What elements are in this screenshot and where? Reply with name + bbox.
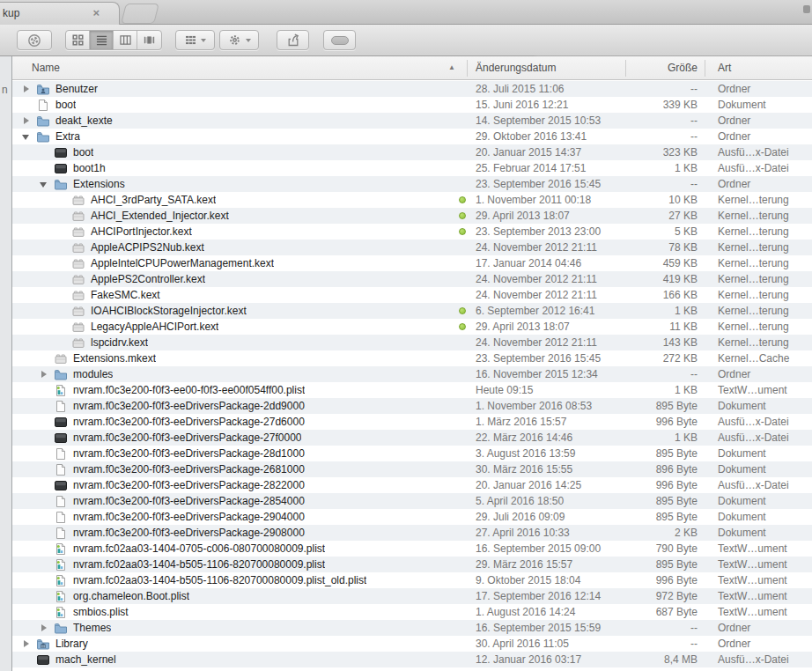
disclosure-triangle-icon[interactable]	[57, 208, 66, 224]
disclosure-triangle-icon[interactable]	[40, 477, 48, 493]
file-kind: Kernel…terung	[718, 208, 789, 224]
disclosure-triangle-icon[interactable]	[40, 493, 48, 509]
disclosure-triangle-icon[interactable]	[40, 446, 48, 461]
disclosure-triangle-icon[interactable]	[57, 319, 66, 335]
file-row[interactable]: AHCI_Extended_Injector.kext 29. April 20…	[12, 208, 812, 224]
file-name: nvram.f0c3e200-f0f3-eeDriversPackage-268…	[73, 461, 305, 477]
arrange-button[interactable]	[175, 30, 215, 50]
file-row[interactable]: Extra 29. Oktober 2016 13:41 -- Ordner	[12, 129, 812, 144]
share-button[interactable]	[277, 30, 309, 50]
disclosure-triangle-icon[interactable]	[40, 525, 48, 541]
file-row[interactable]: nvram.f0c3e200-f0f3-eeDriversPackage-290…	[12, 525, 812, 541]
file-row[interactable]: nvram.f0c3e200-f0f3-eeDriversPackage-290…	[12, 509, 812, 525]
disclosure-triangle-icon[interactable]	[57, 335, 66, 350]
column-view-button[interactable]	[114, 31, 137, 49]
active-tab[interactable]: kup ×	[0, 2, 120, 25]
file-row[interactable]: Benutzer 28. Juli 2015 11:06 -- Ordner	[12, 81, 812, 97]
file-row[interactable]: FakeSMC.kext 24. November 2012 21:11 166…	[12, 287, 812, 303]
disclosure-triangle-icon[interactable]	[22, 636, 31, 652]
file-row[interactable]	[12, 667, 812, 671]
column-header-kind[interactable]: Art	[718, 62, 731, 74]
toggle-button[interactable]	[323, 30, 356, 50]
icon-view-button[interactable]	[66, 31, 90, 49]
burn-button[interactable]	[17, 30, 52, 50]
disclosure-triangle-icon[interactable]	[22, 652, 31, 667]
file-row[interactable]: nvram.fc02aa03-1404-b505-1106-8207000800…	[12, 557, 812, 572]
column-divider[interactable]	[705, 60, 705, 77]
disclosure-triangle-icon[interactable]	[40, 398, 48, 414]
disclosure-triangle-icon[interactable]	[40, 366, 48, 382]
file-row[interactable]: AppleIntelCPUPowerManagement.kext 17. Ja…	[12, 255, 812, 271]
disclosure-triangle-icon[interactable]	[40, 461, 48, 477]
file-row[interactable]: deakt_kexte 14. September 2015 10:53 -- …	[12, 113, 812, 129]
column-header-date[interactable]: Änderungsdatum	[476, 62, 556, 74]
file-size: 790 Byte	[576, 541, 698, 557]
file-row[interactable]: AppleACPIPS2Nub.kext 24. November 2012 2…	[12, 240, 812, 255]
disclosure-triangle-icon[interactable]	[40, 604, 48, 620]
disclosure-triangle-icon[interactable]	[40, 620, 48, 636]
disclosure-triangle-icon[interactable]	[40, 144, 48, 160]
file-row[interactable]: IOAHCIBlockStorageInjector.kext 6. Septe…	[12, 303, 812, 319]
disclosure-triangle-icon[interactable]	[57, 303, 66, 319]
disclosure-triangle-icon[interactable]	[40, 160, 48, 176]
disclosure-triangle-icon[interactable]	[57, 240, 66, 255]
file-row[interactable]: Library 30. April 2016 11:05 -- Ordner	[12, 636, 812, 652]
disclosure-triangle-icon[interactable]	[40, 350, 48, 366]
file-row[interactable]: lspcidrv.kext 24. November 2012 21:11 14…	[12, 335, 812, 350]
file-row[interactable]: AHCI_3rdParty_SATA.kext 1. November 2011…	[12, 192, 812, 208]
file-row[interactable]: smbios.plist 1. August 2016 14:24 687 By…	[12, 604, 812, 620]
file-row[interactable]: Extensions.mkext 23. September 2016 15:4…	[12, 350, 812, 366]
file-row[interactable]: nvram.f0c3e200-f0f3-eeDriversPackage-28d…	[12, 446, 812, 461]
file-row[interactable]: nvram.f0c3e200-f0f3-eeDriversPackage-285…	[12, 493, 812, 509]
file-row[interactable]: nvram.f0c3e200-f0f3-ee00-f0f3-ee00f054ff…	[12, 382, 812, 398]
disclosure-triangle-icon[interactable]	[40, 588, 48, 604]
disclosure-triangle-icon[interactable]	[22, 113, 31, 129]
disclosure-triangle-icon[interactable]	[57, 255, 66, 271]
file-row[interactable]: nvram.f0c3e200-f0f3-eeDriversPackage-268…	[12, 461, 812, 477]
file-row[interactable]: modules 16. November 2015 12:34 -- Ordne…	[12, 366, 812, 382]
doc-icon	[54, 447, 68, 461]
action-button[interactable]	[219, 30, 259, 50]
file-row[interactable]: nvram.f0c3e200-f0f3-eeDriversPackage-27d…	[12, 414, 812, 430]
disclosure-triangle-icon[interactable]	[40, 509, 48, 525]
tab-close-icon[interactable]: ×	[92, 6, 100, 20]
file-row[interactable]: mach_kernel 12. Januar 2016 03:17 8,4 MB…	[12, 652, 812, 667]
disclosure-triangle-icon[interactable]	[57, 287, 66, 303]
file-row[interactable]: nvram.f0c3e200-f0f3-eeDriversPackage-282…	[12, 477, 812, 493]
file-row[interactable]: AHCIPortInjector.kext 23. September 2013…	[12, 224, 812, 240]
disclosure-triangle-icon[interactable]	[22, 81, 31, 97]
file-row[interactable]: Themes 16. September 2015 15:59 -- Ordne…	[12, 620, 812, 636]
column-divider[interactable]	[467, 60, 468, 77]
disclosure-triangle-icon[interactable]	[40, 541, 48, 557]
file-row[interactable]: LegacyAppleAHCIPort.kext 29. April 2013 …	[12, 319, 812, 335]
file-row[interactable]: Extensions 23. September 2016 15:45 -- O…	[12, 176, 812, 192]
file-row[interactable]: ApplePS2Controller.kext 24. November 201…	[12, 271, 812, 287]
disclosure-triangle-icon[interactable]	[57, 224, 66, 240]
disclosure-triangle-icon[interactable]	[40, 557, 48, 572]
disclosure-triangle-icon[interactable]	[40, 414, 48, 430]
exec-icon	[54, 162, 68, 175]
file-size: 11 KB	[576, 319, 698, 335]
disclosure-triangle-icon[interactable]	[22, 129, 31, 144]
file-row[interactable]: org.chameleon.Boot.plist 17. September 2…	[12, 588, 812, 604]
disclosure-triangle-icon[interactable]	[22, 97, 31, 113]
file-row[interactable]: boot 15. Juni 2016 12:21 339 KB Dokument	[12, 97, 812, 113]
file-row[interactable]: boot1h 25. Februar 2014 17:51 1 KB Ausfü…	[12, 160, 812, 176]
disclosure-triangle-icon[interactable]	[22, 667, 31, 671]
file-row[interactable]: nvram.f0c3e200-f0f3-eeDriversPackage-2dd…	[12, 398, 812, 414]
coverflow-view-button[interactable]	[137, 31, 161, 49]
disclosure-triangle-icon[interactable]	[57, 192, 66, 208]
disclosure-triangle-icon[interactable]	[40, 430, 48, 446]
empty-tab-slot[interactable]	[121, 4, 159, 24]
column-header-size[interactable]: Größe	[590, 62, 698, 74]
file-row[interactable]: nvram.fc02aa03-1404-0705-c006-0807000800…	[12, 541, 812, 557]
file-row[interactable]: boot 20. Januar 2015 14:37 323 KB Ausfü……	[12, 144, 812, 160]
disclosure-triangle-icon[interactable]	[40, 176, 48, 192]
list-view-button[interactable]	[90, 31, 114, 49]
column-header-name[interactable]: Name	[32, 62, 60, 74]
disclosure-triangle-icon[interactable]	[57, 271, 66, 287]
file-row[interactable]: nvram.f0c3e200-f0f3-eeDriversPackage-27f…	[12, 430, 812, 446]
file-row[interactable]: nvram.fc02aa03-1404-b505-1106-8207000800…	[12, 572, 812, 588]
disclosure-triangle-icon[interactable]	[40, 382, 48, 398]
disclosure-triangle-icon[interactable]	[40, 572, 48, 588]
